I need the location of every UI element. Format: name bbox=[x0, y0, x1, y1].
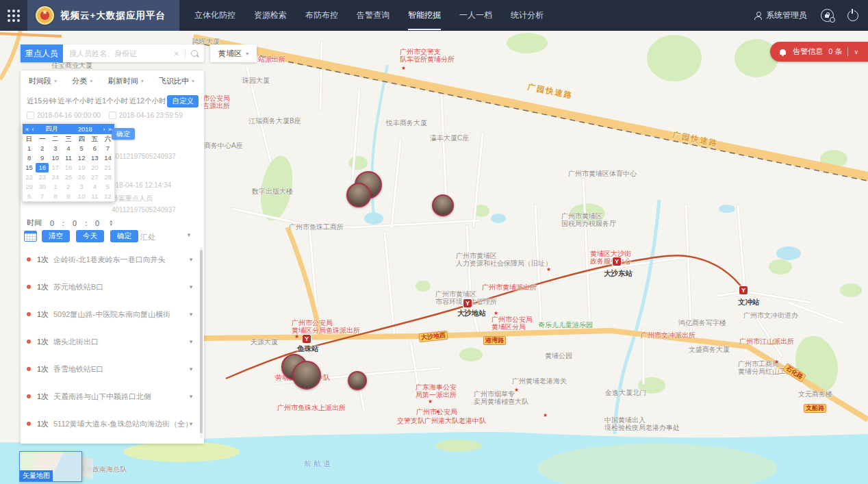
calendar-day[interactable]: 3 bbox=[49, 144, 62, 153]
list-item[interactable]: 1次5112黄埔大道东-鱼珠总站向海边街（全）▼ bbox=[21, 410, 204, 437]
calendar-day[interactable]: 4 bbox=[62, 144, 75, 153]
next-month-icon[interactable]: › bbox=[103, 125, 105, 133]
prev-month-icon[interactable]: ‹ bbox=[31, 125, 34, 133]
chevron-down-icon[interactable]: ▼ bbox=[188, 394, 194, 400]
nav-menu-item[interactable]: 智能挖掘 bbox=[408, 1, 441, 30]
panel-button[interactable]: 清空 bbox=[42, 230, 70, 242]
search-box[interactable]: 搜人员姓名、身份证 ✕ bbox=[63, 44, 204, 62]
time-second[interactable]: 0 bbox=[91, 219, 103, 227]
chevron-down-icon[interactable]: ▼ bbox=[188, 366, 194, 372]
person-face-marker[interactable] bbox=[432, 194, 454, 216]
date-from-field[interactable]: 2018-04-16 00:00:00 bbox=[27, 112, 101, 119]
calendar-day[interactable]: 22 bbox=[23, 173, 36, 182]
chevron-down-icon[interactable]: ▼ bbox=[188, 339, 194, 345]
calendar-day[interactable]: 6 bbox=[23, 192, 36, 201]
list-item[interactable]: 1次塘头北街出口▼ bbox=[21, 328, 204, 355]
calendar-day[interactable]: 5 bbox=[101, 182, 114, 192]
chevron-down-icon[interactable]: ▼ bbox=[188, 257, 194, 263]
calendar-grid-icon[interactable] bbox=[24, 231, 37, 242]
scrollbar-thumb[interactable] bbox=[200, 250, 203, 433]
list-item[interactable]: 1次香雪地铁站E口▼ bbox=[21, 355, 204, 383]
date-to-field[interactable]: 2018-04-16 23:59:59 bbox=[109, 112, 183, 119]
prev-year-icon[interactable]: « bbox=[25, 125, 29, 133]
calendar-day[interactable]: 30 bbox=[36, 182, 49, 192]
filter-dropdown[interactable]: 分类▾ bbox=[72, 76, 92, 86]
calendar-day[interactable]: 23 bbox=[36, 173, 49, 182]
calendar-day[interactable]: 5 bbox=[75, 144, 88, 153]
list-item[interactable]: 1次天麓南路与山下中颖路口北侧▼ bbox=[21, 383, 204, 410]
search-input[interactable]: 搜人员姓名、身份证 bbox=[69, 49, 174, 59]
minimap[interactable]: 矢量地图 bbox=[19, 451, 82, 482]
calendar-day[interactable]: 4 bbox=[88, 182, 101, 192]
list-item[interactable]: 1次苏元地铁站B口▼ bbox=[21, 273, 204, 301]
calendar-day[interactable]: 1 bbox=[49, 182, 62, 192]
time-minute[interactable]: 0 bbox=[68, 219, 81, 227]
filter-dropdown[interactable]: 飞识比中▾ bbox=[159, 76, 194, 86]
scrollbar-track[interactable] bbox=[200, 247, 203, 439]
calendar-day[interactable]: 10 bbox=[49, 153, 62, 163]
calendar-day[interactable]: 15 bbox=[23, 163, 36, 173]
calendar-day[interactable]: 3 bbox=[75, 182, 88, 192]
metro-station-icon[interactable]: Y bbox=[613, 257, 621, 266]
list-item[interactable]: 1次企岭街-北1巷麦岭东一巷口向井头▼ bbox=[21, 246, 204, 273]
chevron-down-icon[interactable]: ▼ bbox=[188, 284, 194, 290]
nav-menu-item[interactable]: 布防布控 bbox=[305, 1, 338, 30]
calendar-day[interactable]: 6 bbox=[88, 144, 101, 153]
calendar-day[interactable]: 11 bbox=[88, 192, 101, 201]
clear-icon[interactable]: ✕ bbox=[174, 50, 179, 58]
user-menu[interactable]: 系统管理员 bbox=[754, 10, 807, 21]
quick-time-option[interactable]: 自定义 bbox=[167, 95, 199, 107]
district-dropdown[interactable]: 黄埔区 ▾ bbox=[210, 44, 257, 62]
calendar-day[interactable]: 25 bbox=[62, 173, 75, 182]
metro-station-icon[interactable]: Y bbox=[463, 299, 472, 307]
calendar-day[interactable]: 9 bbox=[62, 192, 75, 201]
lock-settings-icon[interactable] bbox=[821, 9, 834, 22]
calendar-day[interactable]: 8 bbox=[49, 192, 62, 201]
calendar-day[interactable]: 19 bbox=[75, 163, 88, 173]
quick-time-option[interactable]: 近半个小时 bbox=[58, 97, 94, 106]
search-icon[interactable] bbox=[191, 50, 198, 57]
calendar-day[interactable]: 27 bbox=[88, 173, 101, 182]
tab-key-person[interactable]: 重点人员 bbox=[21, 44, 63, 62]
calendar-day[interactable]: 18 bbox=[62, 163, 75, 173]
metro-station-icon[interactable]: Y bbox=[303, 335, 311, 343]
calendar-day[interactable]: 17 bbox=[49, 163, 62, 173]
chevron-down-icon[interactable]: ▼ bbox=[188, 421, 194, 427]
person-face-marker[interactable] bbox=[292, 361, 321, 390]
person-face-marker[interactable] bbox=[346, 183, 371, 207]
calendar-year[interactable]: 2018 bbox=[70, 125, 101, 133]
calendar-day[interactable]: 7 bbox=[36, 192, 49, 201]
nav-menu-item[interactable]: 立体化防控 bbox=[194, 1, 235, 30]
nav-menu-item[interactable]: 告警查询 bbox=[357, 1, 390, 30]
calendar-day[interactable]: 8 bbox=[23, 153, 36, 163]
person-face-marker[interactable] bbox=[348, 371, 367, 390]
chevron-down-icon[interactable]: ▼ bbox=[186, 232, 192, 238]
calendar-day[interactable]: 11 bbox=[62, 153, 75, 163]
quick-time-option[interactable]: 近15分钟 bbox=[27, 97, 56, 106]
power-logout-icon[interactable] bbox=[847, 10, 858, 21]
time-spinner[interactable]: ▲▼ bbox=[109, 220, 113, 227]
calendar-day[interactable]: 12 bbox=[75, 153, 88, 163]
calendar-day[interactable]: 12 bbox=[101, 192, 114, 201]
calendar-day[interactable]: 20 bbox=[88, 163, 101, 173]
quick-time-option[interactable]: 近12个小时 bbox=[129, 97, 166, 106]
calendar-day[interactable]: 1 bbox=[23, 144, 36, 153]
time-hour[interactable]: 0 bbox=[46, 219, 58, 227]
filter-dropdown[interactable]: 刷新时间▾ bbox=[108, 76, 144, 86]
calendar-day[interactable]: 2 bbox=[36, 144, 49, 153]
chevron-down-icon[interactable]: ▼ bbox=[188, 311, 194, 318]
calendar-day[interactable]: 26 bbox=[75, 173, 88, 182]
calendar-day[interactable]: 9 bbox=[36, 153, 49, 163]
calendar-month[interactable]: 四月 bbox=[36, 125, 67, 133]
calendar-day[interactable]: 16 bbox=[36, 163, 49, 173]
alert-info-button[interactable]: 告警信息 0 条 ∨ bbox=[770, 42, 868, 62]
panel-button[interactable]: 今天 bbox=[76, 230, 104, 242]
list-item[interactable]: 1次5092蟹山路-中医院东南向蟹山横街▼ bbox=[21, 301, 204, 328]
nav-menu-item[interactable]: 统计分析 bbox=[511, 1, 544, 30]
filter-dropdown[interactable]: 时间段▾ bbox=[29, 76, 57, 86]
apps-grid-icon[interactable] bbox=[0, 0, 27, 31]
calendar-day[interactable]: 24 bbox=[49, 173, 62, 182]
calendar-day[interactable]: 10 bbox=[75, 192, 88, 201]
calendar-confirm-button[interactable]: 确定 bbox=[112, 128, 135, 140]
calendar-day[interactable]: 14 bbox=[101, 153, 114, 163]
